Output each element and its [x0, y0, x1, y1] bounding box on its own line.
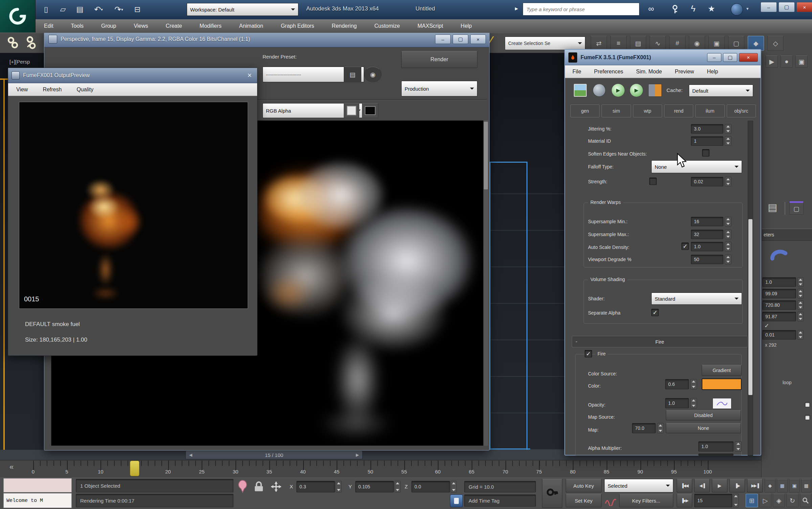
auto-scale-density-spinner[interactable]	[725, 242, 731, 251]
material-id-field[interactable]: 1	[691, 136, 723, 146]
separate-alpha-checkbox[interactable]: ✓	[651, 309, 659, 316]
printer-icon[interactable]: ▤	[768, 201, 777, 213]
cp-value-field-4[interactable]: 91.87	[762, 312, 796, 321]
fumefx-tab[interactable]: rend	[664, 105, 693, 117]
strength-spinner[interactable]	[725, 177, 731, 186]
new-scene-icon[interactable]: ▯	[39, 2, 53, 17]
menu-item[interactable]: MAXScript	[418, 23, 443, 29]
fumefx-tab[interactable]: ilum	[695, 105, 724, 117]
opacity-field[interactable]: 1.0	[665, 398, 689, 408]
preview-close-icon[interactable]: ×	[247, 71, 252, 80]
parameters-rollout[interactable]: eters	[762, 229, 812, 241]
play-button[interactable]: ▶	[712, 479, 727, 492]
color-spinner[interactable]	[690, 379, 697, 389]
rfw-maximize-button[interactable]: ▢	[453, 34, 468, 44]
x-coord-spinner[interactable]	[336, 481, 342, 492]
supersample-min-field[interactable]: 16	[691, 217, 723, 226]
cp-checkbox-2[interactable]	[805, 415, 810, 420]
end-frame-button[interactable]: ▐▶▶	[677, 494, 692, 507]
align-icon[interactable]: ≡	[610, 36, 627, 51]
lightning-icon[interactable]: ϟ	[691, 3, 696, 14]
render-production-icon[interactable]: ◆	[748, 36, 764, 51]
menu-item[interactable]: Graph Editors	[281, 23, 314, 29]
fumefx-tab[interactable]: wtp	[633, 105, 662, 117]
add-time-tag-field[interactable]: Add Time Tag	[464, 494, 536, 507]
menu-item[interactable]: Customize	[374, 23, 400, 29]
start-wtp-icon[interactable]: ▶	[630, 84, 643, 97]
key-mode-toggle-icon[interactable]: ◆	[765, 479, 775, 492]
fumefx-menu-item[interactable]: Preferences	[594, 69, 623, 75]
workspace-dropdown[interactable]: Workspace: Default	[187, 3, 298, 16]
menu-item[interactable]: Rendering	[332, 23, 357, 29]
y-coord-spinner[interactable]	[394, 481, 401, 492]
macro-recorder-field[interactable]	[3, 478, 72, 492]
save-preset-icon[interactable]: ▤	[344, 67, 361, 82]
fumefx-menu-item[interactable]: Help	[707, 69, 718, 75]
window-maximize-button[interactable]: ▢	[779, 2, 795, 12]
fumefx-scrollbar-thumb[interactable]	[748, 219, 752, 395]
zoom-region-icon[interactable]	[800, 494, 811, 507]
cp-spinner-1[interactable]	[797, 277, 804, 287]
auto-scale-density-field[interactable]: 1.0	[691, 242, 723, 251]
selection-lock-icon[interactable]	[253, 481, 265, 492]
fumefx-tab[interactable]: obj/src	[727, 105, 756, 117]
cp-tab-icon-3[interactable]: ▣	[795, 55, 808, 68]
next-frame-button[interactable]: ▐▶	[729, 479, 745, 492]
time-tag-clock-icon[interactable]	[450, 494, 463, 507]
alpha-channel-icon[interactable]	[362, 103, 378, 118]
gradient-button[interactable]: Gradient	[702, 365, 742, 376]
undo-icon[interactable]: ↶▾	[90, 2, 107, 17]
fumefx-maximize-button[interactable]: ▢	[723, 53, 737, 62]
map-spinner[interactable]	[657, 423, 664, 433]
fire-checkbox[interactable]: ✓	[585, 350, 592, 357]
opacity-curve-button[interactable]	[713, 398, 731, 409]
mini-icon-c[interactable]: ▩	[801, 479, 811, 492]
fumefx-titlebar[interactable]: FumeFX 3.5.1 (FumeFX001) – ▢ ×	[565, 50, 761, 65]
pencil-icon[interactable]: ∕	[490, 34, 492, 47]
y-coord-field[interactable]: 0.105	[355, 481, 394, 492]
cp-spinner-5[interactable]	[797, 330, 804, 340]
set-key-button[interactable]: Set Key	[566, 494, 602, 507]
go-to-start-button[interactable]: ▐◀◀	[677, 479, 692, 492]
fumefx-menu-item[interactable]: File	[572, 69, 581, 75]
render-button[interactable]: Render	[401, 51, 477, 68]
map-value-field[interactable]: 70.0	[632, 423, 656, 433]
search-input[interactable]	[523, 3, 639, 16]
grid-snap-icon[interactable]: ⊞	[746, 494, 758, 507]
selection-set-dropdown[interactable]: Create Selection Se	[505, 37, 585, 50]
key-filters-button[interactable]: Key Filters...	[619, 494, 673, 507]
infocenter-arrow-icon[interactable]: ▾	[746, 6, 749, 11]
jittering-spinner[interactable]	[725, 124, 731, 134]
menu-item[interactable]: Views	[134, 23, 148, 29]
cp-spinner-2[interactable]	[797, 289, 804, 298]
menu-item[interactable]: Modifiers	[200, 23, 222, 29]
cache-dropdown[interactable]: Default	[689, 85, 753, 97]
time-slider-handle[interactable]: ◀ 15 / 100 ▶	[185, 450, 363, 459]
material-editor-icon[interactable]: ◉	[689, 36, 705, 51]
current-frame-spinner[interactable]	[733, 494, 739, 507]
cp-value-field-1[interactable]: 1.0	[762, 277, 796, 287]
search-icon[interactable]: ∞	[648, 4, 654, 14]
select-and-link-icon[interactable]	[5, 35, 20, 50]
menu-item[interactable]: Animation	[239, 23, 263, 29]
strength-checkbox[interactable]	[649, 178, 657, 185]
fetch-icon[interactable]: ⊟	[130, 2, 144, 17]
preview-menu-item[interactable]: Quality	[76, 87, 93, 93]
playhead[interactable]	[130, 461, 139, 476]
alpha-multiplier-spinner[interactable]	[735, 441, 742, 452]
preview-menu-item[interactable]: Refresh	[43, 87, 62, 93]
color-value-field[interactable]: 0.6	[665, 379, 689, 389]
preview-titlebar[interactable]: FumeFX001 OutputPreview ×	[8, 68, 257, 83]
supersample-max-field[interactable]: 32	[691, 230, 723, 239]
fumefx-tab[interactable]: sim	[602, 105, 631, 117]
falloff-dropdown[interactable]: None	[651, 160, 742, 173]
menu-item[interactable]: Edit	[44, 23, 53, 29]
time-slider-prev-icon[interactable]: ◀	[186, 453, 196, 457]
z-coord-field[interactable]: 0.0	[411, 481, 450, 492]
opacity-spinner[interactable]	[690, 398, 697, 408]
x-coord-field[interactable]: 0.3	[296, 481, 335, 492]
globe-icon[interactable]	[593, 84, 606, 97]
cp-value-field-2[interactable]: 99.09	[762, 289, 796, 298]
cp-checkmark-icon[interactable]: ✓	[764, 322, 769, 329]
menu-item[interactable]: Create	[166, 23, 182, 29]
